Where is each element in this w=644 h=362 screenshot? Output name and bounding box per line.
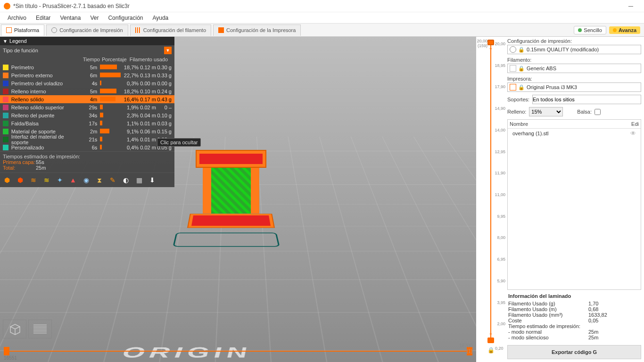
vslider-top-info: 20,00(159) xyxy=(467,39,487,48)
printer-icon xyxy=(510,84,516,90)
infill-label: Relleno: xyxy=(507,109,526,115)
hslider-handle-left[interactable] xyxy=(4,347,9,355)
view-width-icon[interactable]: ≋ xyxy=(29,176,38,184)
balsa-label: Balsa: xyxy=(577,109,592,115)
view-fan-icon[interactable]: ✦ xyxy=(56,176,64,184)
print-settings-label: Configuración de impresión: xyxy=(507,38,641,44)
printer-label: Impresora: xyxy=(507,76,641,82)
vslider-add-top[interactable]: + xyxy=(487,46,494,51)
eye-icon[interactable]: 👁 xyxy=(630,130,636,137)
lock-icon: 🔒 xyxy=(518,47,525,53)
gear-icon xyxy=(510,46,516,53)
view-layers-button[interactable] xyxy=(28,320,52,338)
legend-row[interactable]: Interfaz del material de soporte 21s 1,4… xyxy=(0,135,174,143)
view-shells-icon[interactable]: ▦ xyxy=(135,176,143,184)
infill-dropdown[interactable]: 15% xyxy=(529,107,563,116)
legend-row[interactable]: Relleno del puente 34s 2,3% 0.04 m 0.10 … xyxy=(0,111,174,119)
slice-info-panel: Información del laminado Filamento Usado… xyxy=(504,291,644,342)
legend-section-header: Tipo de función ▼ xyxy=(0,45,174,56)
view-volflow-icon[interactable]: ◉ xyxy=(82,176,91,184)
vslider-lock-icon[interactable]: 🔒 xyxy=(487,347,495,354)
tab-printer-settings[interactable]: Configuración de la Impresora xyxy=(213,25,301,36)
legend-row[interactable]: Perímetro 5m 18,7% 0.12 m 0.30 g xyxy=(0,63,174,71)
view-tool-marker-icon[interactable]: ⬇ xyxy=(148,176,157,184)
legend-swatch xyxy=(3,105,8,110)
titlebar: *Sin título - PrusaSlicer-2.7.1 basado e… xyxy=(0,0,644,12)
view-tool-icon[interactable]: ✎ xyxy=(108,176,117,184)
legend-row[interactable]: Relleno sólido superior 29s 1,9% 0.02 m … xyxy=(0,103,174,111)
legend-swatch xyxy=(3,121,8,126)
legend-swatch xyxy=(3,65,8,70)
legend-row[interactable]: Relleno interno 5m 18,2% 0.10 m 0.24 g xyxy=(0,87,174,95)
legend-swatch xyxy=(3,113,8,118)
vslider-add-bottom[interactable]: + xyxy=(487,331,494,337)
legend-swatch xyxy=(3,129,8,134)
horizontal-move-slider[interactable]: 16551 16700 (1) xyxy=(4,344,472,358)
viewport-3d[interactable]: ORIGIN ▼Legend Tipo de función ▼ TiempoP… xyxy=(0,37,476,362)
legend-swatch xyxy=(3,89,8,94)
menu-ventana[interactable]: Ventana xyxy=(55,15,85,21)
app-icon xyxy=(4,3,10,9)
view-color-icon[interactable]: ◐ xyxy=(122,176,130,184)
menu-archivo[interactable]: Archivo xyxy=(3,15,31,21)
legend-panel: ▼Legend Tipo de función ▼ TiempoPorcenta… xyxy=(0,37,174,187)
sliced-model-preview xyxy=(189,150,273,244)
view-height-icon[interactable]: ⬢ xyxy=(16,176,25,184)
lock-icon: 🔒 xyxy=(518,84,525,90)
legend-row-tooltip: Clic para ocultar xyxy=(157,138,201,147)
legend-swatch xyxy=(3,73,8,78)
config-tabs: Plataforma Configuración de Impresión Co… xyxy=(0,24,644,37)
legend-columns: TiempoPorcentajeFilamento usado xyxy=(0,56,174,63)
view-feature-icon[interactable]: ⬢ xyxy=(3,176,11,184)
window-title: *Sin título - PrusaSlicer-2.7.1 basado e… xyxy=(13,3,130,9)
menu-configuracion[interactable]: Configuración xyxy=(103,15,148,21)
menubar: Archivo Editar Ventana Ver Configuración… xyxy=(0,12,644,24)
print-settings-dropdown[interactable]: 🔒0.15mm QUALITY (modificado) xyxy=(507,45,641,54)
tab-filament-settings[interactable]: Configuración del filamento xyxy=(130,25,211,36)
export-gcode-button[interactable]: Exportar código G xyxy=(507,345,641,359)
menu-editar[interactable]: Editar xyxy=(31,15,55,21)
object-list: NombreEdi overhang (1).stl 👁 xyxy=(507,119,641,290)
legend-type-dropdown[interactable]: ▼ xyxy=(164,47,172,54)
view-speed-icon[interactable]: ≋ xyxy=(42,176,51,184)
legend-row[interactable]: Relleno sólido 4m 16,4% 0.17 m 0.43 g xyxy=(0,95,174,103)
menu-ayuda[interactable]: Ayuda xyxy=(148,15,173,21)
supports-dropdown[interactable] xyxy=(532,95,641,104)
filament-color-swatch[interactable] xyxy=(510,65,516,72)
lock-icon: 🔒 xyxy=(518,66,525,72)
printer-dropdown[interactable]: 🔒Original Prusa i3 MK3 xyxy=(507,82,641,92)
view-temp-icon[interactable]: ▲ xyxy=(69,176,77,184)
filament-label: Filamento: xyxy=(507,57,641,63)
tab-print-settings[interactable]: Configuración de Impresión xyxy=(46,25,128,36)
view-toggle-buttons xyxy=(3,320,52,338)
mode-advanced[interactable]: Avanza xyxy=(609,26,640,34)
minimize-button[interactable]: ─ xyxy=(621,2,640,10)
vslider-handle-bottom[interactable] xyxy=(487,337,494,343)
right-sidebar: Configuración de impresión: 🔒0.15mm QUAL… xyxy=(504,37,644,362)
legend-swatch xyxy=(3,81,8,86)
supports-label: Soportes: xyxy=(507,97,529,102)
legend-row[interactable]: Falda/Balsa 17s 1,1% 0.01 m 0.03 g xyxy=(0,119,174,127)
balsa-checkbox[interactable] xyxy=(594,109,601,115)
legend-swatch xyxy=(3,137,8,142)
legend-swatch xyxy=(3,145,8,150)
legend-row[interactable]: Personalizado 6s 0,4% 0.02 m 0.05 g xyxy=(0,143,174,151)
object-row[interactable]: overhang (1).stl 👁 xyxy=(508,129,641,138)
legend-times: Tiempos estimados de impresión: Primera … xyxy=(0,151,174,173)
view-3d-button[interactable] xyxy=(3,320,26,338)
legend-toolbar: ⬢ ⬢ ≋ ≋ ✦ ▲ ◉ ⧗ ✎ ◐ ▦ ⬇ xyxy=(0,173,174,187)
legend-header[interactable]: ▼Legend xyxy=(0,37,174,45)
legend-swatch xyxy=(3,97,8,102)
legend-row[interactable]: Perímetro externo 6m 22,7% 0.13 m 0.33 g xyxy=(0,71,174,79)
menu-ver[interactable]: Ver xyxy=(85,15,103,21)
filament-dropdown[interactable]: 🔒Generic ABS xyxy=(507,64,641,73)
view-layer-time-icon[interactable]: ⧗ xyxy=(95,176,104,184)
tab-platform[interactable]: Plataforma xyxy=(1,25,44,36)
mode-simple[interactable]: Sencillo xyxy=(574,26,606,34)
legend-row[interactable]: Perímetro del voladizo 4s 0,3% 0.00 m 0.… xyxy=(0,79,174,87)
layer-slider[interactable]: 20,00(159) + + 20,0018,9517,9014,9014,00… xyxy=(476,37,504,362)
